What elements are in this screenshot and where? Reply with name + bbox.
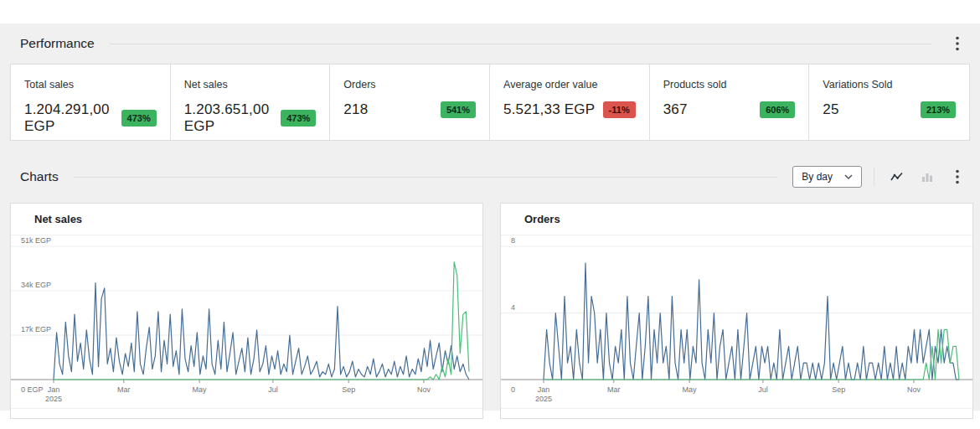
svg-text:Jul: Jul xyxy=(758,385,768,394)
charts-row: Net sales 51k EGP34k EGP17k EGP0 EGPJan2… xyxy=(10,194,970,419)
stat-card-total-sales[interactable]: Total sales 1.204.291,00 EGP 473% xyxy=(11,65,171,140)
svg-text:2025: 2025 xyxy=(535,395,552,403)
stat-label: Total sales xyxy=(24,79,157,90)
bar-chart-icon xyxy=(921,172,933,182)
stat-value: 1.204.291,00 EGP xyxy=(24,101,121,135)
stat-label: Products sold xyxy=(663,79,796,90)
kebab-menu-icon xyxy=(956,36,959,51)
charts-header-rule xyxy=(74,177,778,178)
svg-text:51k EGP: 51k EGP xyxy=(21,236,51,245)
svg-text:17k EGP: 17k EGP xyxy=(21,325,51,333)
stat-card-average-order-value[interactable]: Average order value 5.521,33 EGP -11% xyxy=(490,65,650,140)
net-sales-chart-card: Net sales 51k EGP34k EGP17k EGP0 EGPJan2… xyxy=(10,203,483,419)
svg-text:Sep: Sep xyxy=(342,385,355,394)
analytics-content-panel: Performance Total sales 1.204.291,00 EGP… xyxy=(0,23,980,411)
trend-badge: 213% xyxy=(921,101,956,118)
line-chart-toggle-button[interactable] xyxy=(886,166,908,188)
svg-text:34k EGP: 34k EGP xyxy=(21,281,51,289)
stat-card-products-sold[interactable]: Products sold 367 606% xyxy=(650,65,810,140)
stat-label: Variations Sold xyxy=(823,79,956,90)
orders-line-chart[interactable]: 840Jan2025MarMayJulSepNov xyxy=(501,235,972,408)
svg-text:May: May xyxy=(683,385,698,394)
charts-menu-button[interactable] xyxy=(946,166,968,188)
svg-text:Mar: Mar xyxy=(607,385,621,394)
stat-card-orders[interactable]: Orders 218 541% xyxy=(330,65,490,140)
svg-text:Nov: Nov xyxy=(907,385,921,394)
svg-text:4: 4 xyxy=(511,303,515,312)
chart-legend-cutoff xyxy=(11,408,482,418)
performance-header-rule xyxy=(110,44,931,44)
stat-value: 367 xyxy=(663,101,688,118)
svg-text:8: 8 xyxy=(511,236,515,245)
stat-value: 1.203.651,00 EGP xyxy=(184,101,281,135)
kebab-menu-icon xyxy=(956,169,959,184)
svg-text:Sep: Sep xyxy=(832,385,845,394)
trend-badge: 473% xyxy=(121,110,157,127)
stat-card-variations-sold[interactable]: Variations Sold 25 213% xyxy=(809,65,969,140)
performance-section-header: Performance xyxy=(0,23,980,64)
stat-label: Orders xyxy=(343,79,476,90)
trend-badge: 541% xyxy=(441,101,476,118)
svg-text:Jan: Jan xyxy=(538,385,550,394)
svg-text:0 EGP: 0 EGP xyxy=(21,385,44,394)
svg-text:May: May xyxy=(193,385,208,394)
svg-text:Jul: Jul xyxy=(268,385,278,394)
interval-select[interactable]: By day xyxy=(792,166,862,188)
performance-menu-button[interactable] xyxy=(946,33,968,54)
line-chart-icon xyxy=(890,172,904,182)
orders-chart-card: Orders 840Jan2025MarMayJulSepNov xyxy=(500,203,973,419)
charts-section-header: Charts By day xyxy=(0,159,980,194)
chevron-down-icon xyxy=(844,174,853,179)
svg-text:Jan: Jan xyxy=(48,385,60,394)
controls-divider xyxy=(874,168,874,186)
stat-value: 25 xyxy=(823,101,838,118)
svg-text:Mar: Mar xyxy=(117,385,131,394)
trend-badge: 473% xyxy=(281,110,316,127)
stat-value: 218 xyxy=(343,101,368,118)
stat-value: 5.521,33 EGP xyxy=(503,101,595,118)
chart-legend-cutoff xyxy=(501,408,972,418)
charts-title: Charts xyxy=(20,169,59,184)
net-sales-line-chart[interactable]: 51k EGP34k EGP17k EGP0 EGPJan2025MarMayJ… xyxy=(11,235,482,408)
svg-text:Nov: Nov xyxy=(417,385,431,394)
performance-title: Performance xyxy=(20,36,95,51)
chart-title: Orders xyxy=(524,213,560,225)
stat-label: Net sales xyxy=(184,79,317,90)
chart-title: Net sales xyxy=(34,213,82,225)
interval-select-value: By day xyxy=(802,171,833,183)
stat-label: Average order value xyxy=(503,79,636,90)
svg-text:0: 0 xyxy=(511,385,515,394)
performance-stats-row: Total sales 1.204.291,00 EGP 473% Net sa… xyxy=(10,64,970,141)
bar-chart-toggle-button[interactable] xyxy=(916,166,938,188)
stat-card-net-sales[interactable]: Net sales 1.203.651,00 EGP 473% xyxy=(171,65,331,140)
svg-text:2025: 2025 xyxy=(45,395,62,403)
trend-badge: -11% xyxy=(603,101,636,118)
trend-badge: 606% xyxy=(760,101,795,118)
